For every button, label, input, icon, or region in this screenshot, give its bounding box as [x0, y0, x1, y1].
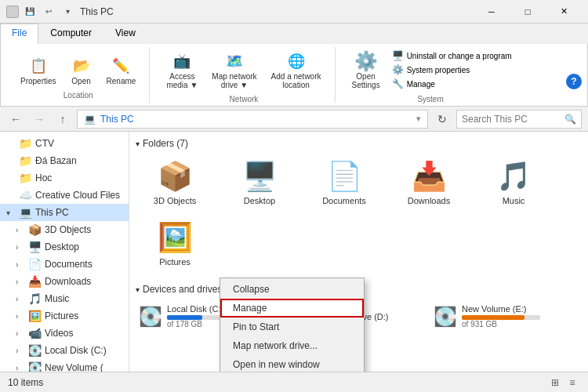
arrow-icon: ›: [16, 295, 25, 303]
folder-3dobjects[interactable]: 📦 3D Objects: [136, 155, 214, 210]
map-network-btn[interactable]: 🗺️ Map networkdrive ▼: [206, 46, 262, 93]
undo-quick-btn[interactable]: ↩: [41, 4, 56, 20]
sidebar-item-creative[interactable]: ☁️ Creative Cloud Files: [0, 187, 129, 204]
refresh-button[interactable]: ↻: [433, 110, 452, 129]
folder-icon: 📁: [19, 172, 32, 184]
documents-icon: 📄: [28, 258, 42, 270]
ctx-collapse[interactable]: Collapse: [220, 280, 364, 299]
maximize-button[interactable]: □: [510, 0, 546, 24]
map-network-icon: 🗺️: [223, 50, 245, 72]
device-newe[interactable]: 💽 New Volume (E:) of 931 GB: [430, 301, 572, 332]
sidebar-label: Videos: [45, 328, 73, 339]
uninstall-icon: 🖥️: [392, 50, 404, 61]
newe-icon: 💽: [434, 306, 457, 328]
sidebar-item-thispc[interactable]: ▾ 💻 This PC: [0, 204, 129, 221]
expand-icon: ▾: [6, 209, 16, 217]
tab-view[interactable]: View: [103, 24, 147, 44]
ribbon-group-network: 📺 Accessmedia ▼ 🗺️ Map networkdrive ▼ 🌐 …: [153, 47, 335, 103]
folder-pictures-icon: 🖼️: [158, 221, 193, 254]
folder-icon: 📁: [19, 154, 32, 167]
save-quick-btn[interactable]: 💾: [22, 4, 38, 20]
help-button[interactable]: ?: [566, 74, 582, 89]
ctx-pin-start[interactable]: Pin to Start: [220, 318, 364, 336]
forward-button[interactable]: →: [30, 110, 49, 129]
view-buttons: ⊞ ≡: [547, 375, 580, 390]
sidebar-item-music[interactable]: › 🎵 Music: [0, 290, 129, 307]
sidebar-item-localc[interactable]: › 💽 Local Disk (C:): [0, 342, 129, 359]
ctx-map-drive[interactable]: Map network drive...: [220, 336, 364, 355]
search-icon: 🔍: [564, 114, 576, 125]
open-ribbon-btn[interactable]: 📂 Open: [65, 51, 98, 89]
folder-icon: 📁: [19, 137, 32, 150]
localc-icon: 💽: [139, 306, 162, 328]
minimize-button[interactable]: ─: [474, 0, 510, 24]
search-input[interactable]: [462, 114, 561, 125]
app-icon: [6, 5, 19, 18]
folders-header-text: Folders (7): [143, 138, 188, 149]
sidebar-item-ctv[interactable]: 📁 CTV: [0, 135, 129, 152]
open-settings-btn[interactable]: ⚙️ OpenSettings: [347, 46, 386, 93]
window-title: This PC: [80, 6, 114, 17]
sidebar-item-pictures[interactable]: › 🖼️ Pictures: [0, 307, 129, 325]
ctx-open-window[interactable]: Open in new window: [220, 355, 364, 372]
ribbon-group-system: ⚙️ OpenSettings 🖥️ Uninstall or change a…: [339, 47, 523, 103]
path-segment[interactable]: This PC: [100, 114, 134, 125]
rename-ribbon-btn[interactable]: ✏️ Rename: [101, 51, 142, 89]
sidebar-item-dabazan[interactable]: 📁 Đá Bazan: [0, 152, 129, 169]
folders-grid: 📦 3D Objects 🖥️ Desktop 📄 Documents 📥 Do…: [136, 155, 582, 271]
sidebar-item-videos[interactable]: › 📹 Videos: [0, 325, 129, 342]
folder-documents[interactable]: 📄 Documents: [305, 155, 383, 210]
sidebar-label: Pictures: [45, 310, 78, 321]
folder-pictures[interactable]: 🖼️ Pictures: [136, 216, 214, 271]
tab-computer[interactable]: Computer: [38, 24, 103, 44]
properties-icon: 📋: [27, 55, 49, 77]
computer-icon: 💻: [19, 206, 32, 219]
sidebar-item-desktop[interactable]: › 🖥️ Desktop: [0, 238, 129, 256]
sidebar-label: Hoc: [35, 172, 52, 183]
map-network-label: Map networkdrive ▼: [212, 72, 256, 89]
address-bar: ← → ↑ 💻 This PC ▾ ↻ 🔍: [0, 107, 588, 132]
back-button[interactable]: ←: [6, 110, 25, 129]
search-box[interactable]: 🔍: [456, 110, 582, 129]
folder-desktop[interactable]: 🖥️ Desktop: [220, 155, 299, 210]
folder-documents-label: Documents: [322, 196, 366, 205]
properties-ribbon-btn[interactable]: 📋 Properties: [15, 51, 62, 89]
location-buttons: 📋 Properties 📂 Open ✏️ Rename: [15, 51, 141, 89]
sidebar-item-3dobjects[interactable]: › 📦 3D Objects: [0, 221, 129, 238]
folder-downloads[interactable]: 📥 Downloads: [390, 155, 468, 210]
manage-ribbon-btn[interactable]: 🔧 Manage: [389, 77, 515, 91]
sidebar-item-newvol[interactable]: › 💽 New Volume (: [0, 359, 129, 372]
system-group-label: System: [417, 95, 443, 103]
ctx-manage[interactable]: Manage: [220, 299, 364, 318]
open-settings-icon: ⚙️: [355, 50, 377, 72]
tab-file[interactable]: File: [0, 24, 38, 44]
list-view-btn[interactable]: ≡: [564, 375, 580, 390]
sidebar-item-downloads[interactable]: › 📥 Downloads: [0, 273, 129, 290]
sidebar-item-documents[interactable]: › 📄 Documents: [0, 256, 129, 273]
grid-view-btn[interactable]: ⊞: [547, 375, 563, 390]
access-media-btn[interactable]: 📺 Accessmedia ▼: [161, 46, 203, 93]
devices-expand-icon[interactable]: ▾: [136, 285, 140, 294]
customize-quick-btn[interactable]: ▾: [60, 4, 75, 20]
system-props-label: System properties: [407, 66, 470, 74]
sidebar-label: Local Disk (C:): [45, 345, 107, 356]
system-props-btn[interactable]: ⚙️ System properties: [389, 63, 515, 77]
close-button[interactable]: ✕: [546, 0, 582, 24]
address-input[interactable]: 💻 This PC ▾: [77, 110, 428, 129]
sidebar-label: Downloads: [45, 276, 91, 287]
open-label: Open: [71, 77, 90, 85]
pictures-icon: 🖼️: [28, 310, 42, 322]
music-icon: 🎵: [28, 292, 42, 305]
folder-desktop-label: Desktop: [244, 196, 275, 205]
folder-music[interactable]: 🎵 Music: [474, 155, 553, 210]
sidebar-label: Creative Cloud Files: [35, 190, 120, 201]
add-network-btn[interactable]: 🌐 Add a networklocation: [266, 46, 327, 93]
uninstall-btn[interactable]: 🖥️ Uninstall or change a program: [389, 49, 515, 63]
path-dropdown-icon[interactable]: ▾: [416, 114, 421, 124]
up-button[interactable]: ↑: [53, 110, 72, 129]
main-layout: 📁 CTV 📁 Đá Bazan 📁 Hoc ☁️ Creative Cloud…: [0, 132, 588, 372]
folder-documents-icon: 📄: [327, 160, 362, 193]
sidebar-item-hoc[interactable]: 📁 Hoc: [0, 169, 129, 187]
rename-icon: ✏️: [110, 55, 132, 77]
folders-expand-icon[interactable]: ▾: [136, 140, 140, 148]
